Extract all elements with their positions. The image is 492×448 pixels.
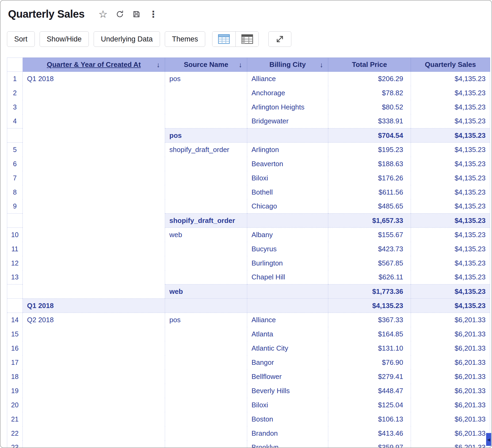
source-cell: web bbox=[165, 284, 247, 299]
row-number bbox=[7, 214, 23, 228]
sales-cell: $6,201.33 bbox=[411, 355, 490, 370]
price-cell: $359.97 bbox=[328, 441, 411, 448]
city-cell: Arlington bbox=[247, 143, 328, 157]
price-cell: $611.56 bbox=[328, 185, 411, 199]
source-cell: shopify_draft_order bbox=[165, 143, 247, 214]
price-cell: $1,657.33 bbox=[328, 214, 411, 228]
row-number bbox=[7, 284, 23, 299]
price-cell: $1,773.36 bbox=[328, 284, 411, 299]
col-header-price[interactable]: Total Price bbox=[328, 58, 411, 72]
city-cell: Beverly Hills bbox=[247, 384, 328, 398]
city-cell: Atlanta bbox=[247, 327, 328, 341]
price-cell: $164.85 bbox=[328, 327, 411, 341]
sales-cell: $4,135.23 bbox=[411, 199, 490, 214]
row-number: 7 bbox=[7, 171, 23, 185]
price-cell: $195.23 bbox=[328, 143, 411, 157]
price-cell: $423.73 bbox=[328, 242, 411, 256]
price-cell: $626.11 bbox=[328, 270, 411, 284]
pivot-view-icon[interactable] bbox=[235, 32, 258, 47]
sales-cell: $4,135.23 bbox=[411, 171, 490, 185]
price-cell: $567.85 bbox=[328, 256, 411, 270]
row-number: 18 bbox=[7, 370, 23, 384]
city-cell: Alliance bbox=[247, 72, 328, 86]
city-cell bbox=[247, 284, 328, 299]
sales-cell: $4,135.23 bbox=[411, 143, 490, 157]
refresh-icon[interactable] bbox=[116, 10, 124, 18]
city-cell: Arlington Heights bbox=[247, 100, 328, 114]
row-number: 8 bbox=[7, 185, 23, 199]
source-cell bbox=[165, 299, 247, 313]
city-cell: Bothell bbox=[247, 185, 328, 199]
price-cell: $176.26 bbox=[328, 171, 411, 185]
col-header-quarter-label: Quarter & Year of Created At bbox=[47, 60, 141, 69]
toolbar: Sort Show/Hide Underlying Data Themes bbox=[7, 31, 492, 47]
col-header-sales-label: Quarterly Sales bbox=[425, 60, 476, 69]
city-cell bbox=[247, 128, 328, 143]
pivot-table-container: Quarter & Year of Created At ↓ Source Na… bbox=[7, 58, 490, 448]
table-row: 1Q1 2018posAlliance$206.29$4,135.23 bbox=[7, 72, 490, 86]
source-cell: pos bbox=[165, 313, 247, 448]
city-cell: Bellflower bbox=[247, 370, 328, 384]
col-header-quarter[interactable]: Quarter & Year of Created At ↓ bbox=[23, 58, 165, 72]
save-icon[interactable] bbox=[132, 10, 141, 18]
table-body: 1Q1 2018posAlliance$206.29$4,135.232Anch… bbox=[7, 72, 490, 448]
collapse-expand-icon[interactable] bbox=[268, 31, 291, 47]
price-cell: $338.91 bbox=[328, 114, 411, 128]
sort-desc-icon: ↓ bbox=[320, 60, 323, 69]
source-cell: shopify_draft_order bbox=[165, 214, 247, 228]
kebab-menu-icon[interactable]: ⋮ bbox=[149, 10, 158, 19]
table-view-toggle-group bbox=[212, 31, 259, 47]
row-number: 19 bbox=[7, 384, 23, 398]
price-cell: $367.33 bbox=[328, 313, 411, 327]
row-number: 12 bbox=[7, 256, 23, 270]
header-row: Quarter & Year of Created At ↓ Source Na… bbox=[7, 58, 490, 72]
quarter-cell: Q1 2018 bbox=[23, 299, 165, 313]
sales-cell: $4,135.23 bbox=[411, 185, 490, 199]
quarter-cell: Q2 2018 bbox=[23, 313, 165, 448]
col-header-source-label: Source Name bbox=[184, 60, 228, 69]
col-header-price-label: Total Price bbox=[352, 60, 387, 69]
quarter-total-row: Q1 2018$4,135.23$4,135.23 bbox=[7, 299, 490, 313]
sales-cell: $4,135.23 bbox=[411, 228, 490, 242]
city-cell bbox=[247, 299, 328, 313]
row-number: 16 bbox=[7, 341, 23, 355]
city-cell: Atlantic City bbox=[247, 341, 328, 355]
price-cell: $704.54 bbox=[328, 128, 411, 143]
price-cell: $413.46 bbox=[328, 426, 411, 441]
sales-cell: $4,135.23 bbox=[411, 256, 490, 270]
table-view-icon[interactable] bbox=[212, 32, 235, 47]
sales-cell: $6,201.33 bbox=[411, 426, 490, 441]
price-cell: $188.63 bbox=[328, 157, 411, 171]
sales-cell: $4,135.23 bbox=[411, 270, 490, 284]
show-hide-button[interactable]: Show/Hide bbox=[40, 31, 89, 47]
col-header-sales[interactable]: Quarterly Sales bbox=[411, 58, 490, 72]
quarter-cell: Q1 2018 bbox=[23, 72, 165, 299]
sales-cell: $4,135.23 bbox=[411, 284, 490, 299]
price-cell: $76.90 bbox=[328, 355, 411, 370]
underlying-data-button[interactable]: Underlying Data bbox=[94, 31, 160, 47]
app-header: Quarterly Sales ☆ ⋮ bbox=[8, 8, 492, 20]
sales-cell: $4,135.23 bbox=[411, 242, 490, 256]
scrollbar-handle[interactable]: ◀ bbox=[486, 433, 491, 446]
sales-cell: $6,201.33 bbox=[411, 384, 490, 398]
price-cell: $78.82 bbox=[328, 86, 411, 100]
star-icon[interactable]: ☆ bbox=[98, 9, 108, 19]
sales-cell: $4,135.23 bbox=[411, 128, 490, 143]
sales-cell: $6,201.33 bbox=[411, 441, 490, 448]
col-header-city[interactable]: Billing City ↓ bbox=[247, 58, 328, 72]
sort-button[interactable]: Sort bbox=[7, 31, 35, 47]
sales-cell: $6,201.33 bbox=[411, 370, 490, 384]
city-cell: Biloxi bbox=[247, 171, 328, 185]
col-header-source[interactable]: Source Name ↓ bbox=[165, 58, 247, 72]
row-number: 10 bbox=[7, 228, 23, 242]
row-number: 9 bbox=[7, 199, 23, 214]
city-cell: Albany bbox=[247, 228, 328, 242]
city-cell: Bridgewater bbox=[247, 114, 328, 128]
price-cell: $448.47 bbox=[328, 384, 411, 398]
city-cell: Brandon bbox=[247, 426, 328, 441]
city-cell: Chicago bbox=[247, 199, 328, 214]
row-number: 22 bbox=[7, 426, 23, 441]
title-actions: ☆ ⋮ bbox=[98, 9, 158, 19]
themes-button[interactable]: Themes bbox=[165, 31, 205, 47]
sales-cell: $4,135.23 bbox=[411, 299, 490, 313]
